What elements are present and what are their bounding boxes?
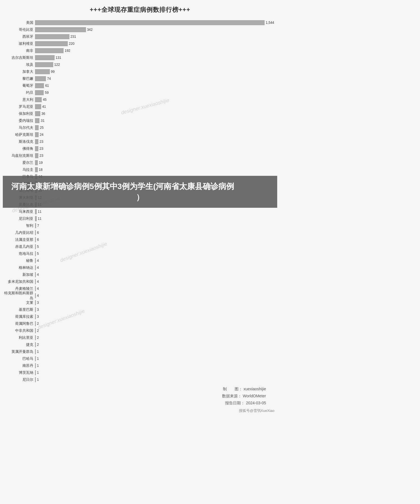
bar-row: 危地马拉5 — [3, 251, 277, 257]
bar-track: 5 — [35, 244, 277, 249]
bar-track: 31 — [35, 118, 277, 123]
bar-row: 智利7 — [3, 223, 277, 229]
bar-row: 中非共和国2 — [3, 328, 277, 334]
bar-row: 爱尔兰19 — [3, 160, 277, 166]
bar-row: 葡萄牙61 — [3, 83, 277, 89]
bar-track: 3 — [35, 307, 277, 312]
bar-row: 哥伦比亚342 — [3, 27, 277, 33]
bar-row: 格林纳达4 — [3, 265, 277, 271]
bar-label: 尼日尔 — [3, 377, 35, 382]
bar-row: 法属圭亚那6 — [3, 237, 277, 243]
bar-value: 19 — [39, 161, 43, 165]
bar-track: 36 — [35, 111, 277, 116]
bar-value: 6 — [37, 238, 39, 242]
bar-fill — [35, 244, 36, 249]
bar-value: 41 — [42, 105, 46, 109]
bar-value: 4 — [37, 266, 39, 270]
bar-fill — [35, 118, 39, 123]
bar-label: 爱尔兰 — [3, 160, 35, 165]
bar-row: 罗马尼亚41 — [3, 104, 277, 110]
bar-label: 南苏丹 — [3, 363, 35, 368]
bar-track: 220 — [35, 41, 277, 46]
bar-fill — [35, 265, 36, 270]
bar-track: 7 — [35, 223, 277, 228]
bar-track: 4 — [35, 265, 277, 270]
bar-fill — [35, 132, 39, 137]
bar-label: 马来西亚 — [3, 209, 35, 214]
bar-value: 3 — [37, 315, 39, 319]
bar-value: 5 — [37, 252, 39, 256]
bar-row: 西班牙231 — [3, 34, 277, 40]
bar-track: 122 — [35, 62, 277, 67]
bar-fill — [35, 356, 36, 361]
bar-row: 特克斯和凯科斯群岛4 — [3, 293, 277, 299]
bar-row: 巴哈马1 — [3, 356, 277, 362]
bar-row: 荷属库拉索3 — [3, 314, 277, 320]
bar-track: 59 — [35, 90, 277, 95]
bar-value: 4 — [37, 273, 39, 277]
bar-value: 74 — [47, 77, 51, 81]
bar-row: 多米尼加共和国4 — [3, 279, 277, 285]
bar-fill — [35, 223, 36, 228]
bar-row: 加拿大99 — [3, 69, 277, 75]
bar-track: 4 — [35, 293, 277, 298]
bar-label: 加拿大 — [3, 69, 35, 74]
bar-track: 1 — [35, 370, 277, 375]
bar-fill — [35, 258, 36, 263]
bar-label: 秘鲁 — [3, 258, 35, 263]
bar-value: 23 — [39, 140, 43, 144]
chart-area: 美国1,544哥伦比亚342西班牙231玻利维亚220南非192吉尔吉斯斯坦13… — [3, 20, 277, 383]
bar-value: 231 — [71, 35, 76, 39]
bar-row: 保加利亚36 — [3, 111, 277, 117]
bar-row: 乌拉圭18 — [3, 167, 277, 173]
bar-label: 英属开曼群岛 — [3, 349, 35, 354]
bar-label: 特克斯和凯科斯群岛 — [3, 291, 35, 301]
bar-row: 丹麦格陵兰4 — [3, 286, 277, 292]
bar-label: 乌拉圭 — [3, 167, 35, 172]
bar-track: 23 — [35, 139, 277, 144]
bar-fill — [35, 328, 36, 333]
bar-label: 智利 — [3, 223, 35, 228]
bar-value: 4 — [37, 259, 39, 263]
bar-label: 乌兹别克斯坦 — [3, 153, 35, 158]
bar-track: 41 — [35, 104, 277, 109]
bar-row: 约旦59 — [3, 90, 277, 96]
bar-value: 61 — [45, 84, 49, 88]
bar-fill — [35, 209, 37, 214]
bar-label: 荷属库拉索 — [3, 314, 35, 319]
sohu-tag: 搜狐号@雪鸮XueXiao — [3, 408, 277, 413]
bar-value: 11 — [38, 210, 41, 214]
bar-track: 4 — [35, 279, 277, 284]
bar-fill — [35, 55, 55, 60]
bar-track: 23 — [35, 153, 277, 158]
bar-label: 利比里亚 — [3, 335, 35, 340]
bar-label: 巴哈马 — [3, 356, 35, 361]
bar-value: 5 — [37, 245, 39, 249]
bar-label: 新加坡 — [3, 272, 35, 277]
bar-track: 25 — [35, 125, 277, 130]
bar-fill — [35, 237, 36, 242]
bar-row: 基里巴斯3 — [3, 307, 277, 313]
bar-fill — [35, 314, 36, 319]
bar-value: 1 — [37, 350, 39, 354]
bar-label: 几内亚比绍 — [3, 230, 35, 235]
bar-value: 18 — [39, 168, 43, 172]
bar-fill — [35, 97, 42, 102]
bar-row: 玻利维亚220 — [3, 41, 277, 47]
footer-info: 制 图： xuexiaoshijie 数据来源： WorldOMeter 报告日… — [3, 386, 277, 407]
bar-row: 乌兹别克斯坦23 — [3, 153, 277, 159]
bar-value: 36 — [41, 112, 45, 116]
source-label: 数据来源： — [222, 394, 242, 398]
bar-value: 7 — [37, 224, 39, 228]
bar-track: 231 — [35, 34, 277, 39]
bar-fill — [35, 160, 38, 165]
bar-track: 131 — [35, 55, 277, 60]
bar-row: 埃及122 — [3, 62, 277, 68]
bar-value: 6 — [37, 231, 39, 235]
bar-value: 2 — [37, 322, 39, 326]
bar-label: 马尔代夫 — [3, 125, 35, 130]
bar-label: 尼日利亚 — [3, 216, 35, 221]
bar-label: 多米尼加共和国 — [3, 279, 35, 284]
bar-row: 新加坡4 — [3, 272, 277, 278]
bar-track: 6 — [35, 237, 277, 242]
